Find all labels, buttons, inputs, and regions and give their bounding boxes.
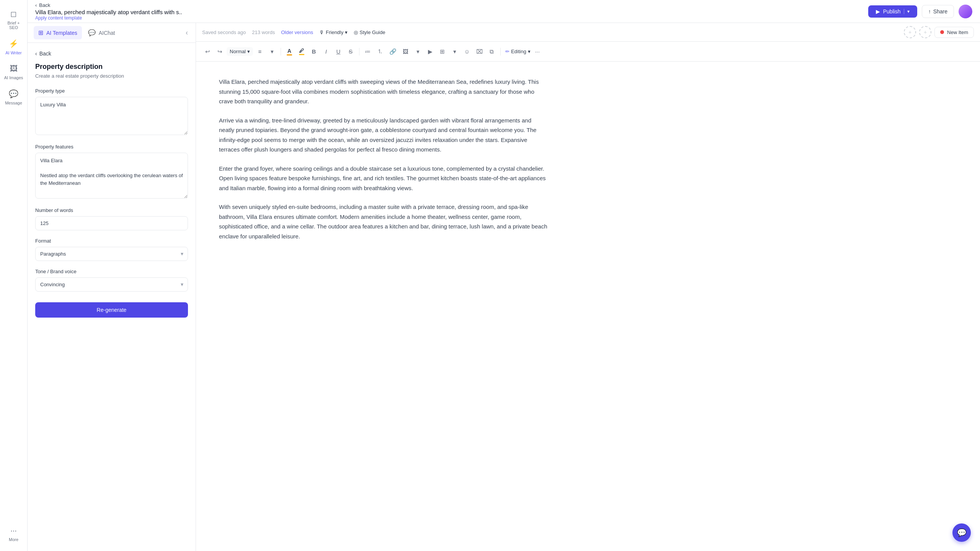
image-chevron-button[interactable]: ▾ — [413, 46, 423, 57]
word-count: 213 words — [252, 29, 275, 35]
image-button[interactable]: 🖼 — [400, 46, 411, 57]
friendly-badge[interactable]: 🎙 Friendly ▾ — [319, 29, 348, 35]
emoji-button[interactable]: ☺ — [462, 46, 472, 57]
publish-play-icon: ▶ — [876, 8, 880, 15]
editing-label-group: ✏ Editing ▾ — [505, 49, 531, 54]
editor-paragraph-1: Villa Elara, perched majestically atop v… — [219, 77, 548, 106]
sidebar-item-ai-writer[interactable]: ⚡ AI Writer — [2, 36, 25, 58]
toolbar-meta-right: + + New Item — [904, 26, 974, 38]
toolbar-divider-3 — [500, 48, 501, 55]
tab-ai-templates[interactable]: ⊞ AI Templates — [34, 26, 82, 39]
top-bar-right: ▶ Publish ▾ ↑ Share — [868, 5, 972, 18]
link-button[interactable]: 🔗 — [387, 46, 399, 57]
friendly-chevron-icon: ▾ — [345, 29, 348, 35]
undo-button[interactable]: ↩ — [202, 46, 213, 57]
panel-tabs: ⊞ AI Templates 💬 AIChat ‹ — [28, 23, 196, 43]
style-guide-link[interactable]: ◎ Style Guide — [354, 29, 385, 35]
ai-images-icon: 🖼 — [10, 64, 18, 73]
text-color-bar — [287, 54, 292, 55]
table-chevron-button[interactable]: ▾ — [449, 46, 460, 57]
new-item-dot — [940, 30, 944, 34]
ai-writer-icon: ⚡ — [9, 39, 18, 48]
regenerate-button[interactable]: Re-generate — [35, 302, 188, 318]
chat-fab-button[interactable]: 💬 — [952, 523, 971, 542]
bold-button[interactable]: B — [309, 46, 319, 57]
bullet-list-button[interactable]: ≔ — [363, 46, 373, 57]
tab-aichat[interactable]: 💬 AIChat — [83, 26, 120, 39]
back-arrow-icon: ‹ — [35, 2, 37, 8]
message-icon: 💬 — [9, 89, 18, 98]
share-button[interactable]: ↑ Share — [922, 5, 954, 18]
template-desc: Create a real estate property descriptio… — [35, 73, 188, 79]
ghost-avatar-1: + — [904, 26, 916, 38]
main-area: ‹ Back Villa Elara, perched majestically… — [28, 0, 980, 551]
apply-template-link[interactable]: Apply content template — [35, 15, 182, 21]
numbered-list-button[interactable]: ⒈ — [375, 46, 385, 57]
editor-paragraph-2: Arrive via a winding, tree-lined drivewa… — [219, 116, 548, 155]
ghost-avatar-2: + — [919, 26, 931, 38]
sidebar-item-brief-seo[interactable]: ◻ Brief + SEO — [2, 6, 25, 33]
template-back-link[interactable]: ‹ Back — [35, 51, 188, 57]
back-button[interactable]: ‹ Back — [35, 2, 182, 8]
editor-paragraph-4: With seven uniquely styled en-suite bedr… — [219, 202, 548, 241]
sidebar-item-more[interactable]: ··· More — [2, 523, 25, 545]
align-left-button[interactable]: ≡ — [255, 46, 265, 57]
toolbar-meta: Saved seconds ago 213 words Older versio… — [196, 23, 980, 42]
format-label: Format — [35, 238, 188, 244]
top-bar-left: ‹ Back Villa Elara, perched majestically… — [35, 2, 182, 21]
publish-button[interactable]: ▶ Publish ▾ — [868, 5, 917, 18]
format-select[interactable]: Paragraphs Bullet Points Mixed — [35, 247, 188, 261]
tone-voice-group: Tone / Brand voice Convincing Friendly P… — [35, 269, 188, 292]
new-item-button[interactable]: New Item — [934, 27, 974, 38]
number-of-words-label: Number of words — [35, 207, 188, 213]
aichat-tab-icon: 💬 — [88, 29, 96, 36]
editor-content[interactable]: Villa Elara, perched majestically atop v… — [196, 62, 980, 551]
collapse-panel-button[interactable]: ‹ — [184, 27, 189, 38]
tone-voice-label: Tone / Brand voice — [35, 269, 188, 274]
chat-fab-icon: 💬 — [957, 528, 967, 537]
template-title: Property description — [35, 63, 188, 71]
toolbar-divider-1 — [281, 48, 281, 55]
more-options-button[interactable]: ··· — [532, 46, 543, 57]
align-chevron-button[interactable]: ▾ — [267, 46, 278, 57]
older-versions-link[interactable]: Older versions — [281, 29, 313, 35]
property-type-group: Property type Luxury Villa — [35, 88, 188, 136]
normal-select[interactable]: Normal ▾ — [227, 47, 253, 56]
italic-button[interactable]: I — [321, 46, 332, 57]
text-color-indicator: A — [287, 48, 292, 55]
editor-area: Saved seconds ago 213 words Older versio… — [196, 23, 980, 551]
table-button[interactable]: ⊞ — [437, 46, 448, 57]
style-guide-icon: ◎ — [354, 29, 358, 35]
brief-seo-icon: ◻ — [10, 9, 17, 18]
content-area: ⊞ AI Templates 💬 AIChat ‹ ‹ Back Propert… — [28, 23, 980, 551]
strikethrough-button[interactable]: S — [345, 46, 356, 57]
publish-chevron-icon: ▾ — [904, 9, 910, 14]
top-bar: ‹ Back Villa Elara, perched majestically… — [28, 0, 980, 23]
mic-icon: 🎙 — [319, 29, 324, 35]
saved-status: Saved seconds ago — [202, 29, 246, 35]
format-select-wrapper: Paragraphs Bullet Points Mixed — [35, 247, 188, 261]
back-link-arrow-icon: ‹ — [35, 51, 37, 57]
play-button[interactable]: ▶ — [425, 46, 436, 57]
normal-chevron-icon: ▾ — [247, 49, 250, 54]
text-color-button[interactable]: A — [284, 46, 295, 57]
clear-format-button[interactable]: ⌧ — [474, 46, 485, 57]
number-of-words-input[interactable] — [35, 216, 188, 230]
doc-title: Villa Elara, perched majestically atop v… — [35, 9, 182, 15]
property-type-label: Property type — [35, 88, 188, 94]
highlight-button[interactable]: 🖊 — [296, 46, 307, 57]
redo-button[interactable]: ↪ — [214, 46, 225, 57]
property-features-label: Property features — [35, 144, 188, 150]
property-type-input[interactable]: Luxury Villa — [35, 97, 188, 135]
number-of-words-group: Number of words — [35, 207, 188, 230]
sidebar-item-ai-images[interactable]: 🖼 AI Images — [2, 61, 25, 83]
avatar[interactable] — [959, 5, 972, 18]
sidebar-item-message[interactable]: 💬 Message — [2, 86, 25, 108]
tone-voice-select[interactable]: Convincing Friendly Professional Casual — [35, 277, 188, 292]
copy-button[interactable]: ⧉ — [487, 46, 497, 57]
icon-sidebar: ◻ Brief + SEO ⚡ AI Writer 🖼 AI Images 💬 … — [0, 0, 28, 551]
pencil-icon: ✏ — [505, 49, 510, 54]
underline-button[interactable]: U — [333, 46, 344, 57]
ai-templates-tab-icon: ⊞ — [38, 29, 43, 36]
property-features-input[interactable]: Villa Elara Nestled atop the verdant cli… — [35, 153, 188, 199]
